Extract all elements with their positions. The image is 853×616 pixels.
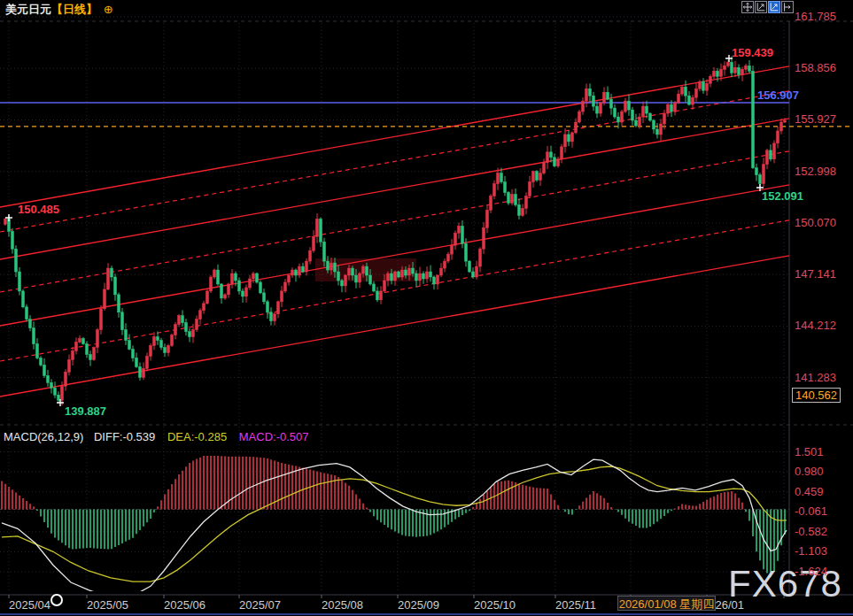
macd-axis-label: 0.459 bbox=[795, 485, 824, 498]
pan-crosshair-icon[interactable] bbox=[741, 1, 754, 13]
macd-dea-value: DEA:-0.285 bbox=[167, 430, 227, 443]
add-indicator-icon[interactable]: ⊕ bbox=[104, 3, 113, 16]
price-axis-label: 152.998 bbox=[795, 165, 836, 178]
boxed-price-label: 140.562 bbox=[792, 388, 841, 403]
price-axis-label: 141.283 bbox=[795, 371, 836, 384]
swing-high-label: 159.439 bbox=[732, 46, 773, 59]
shift-right-icon[interactable] bbox=[781, 1, 794, 13]
candlestick-series bbox=[4, 57, 787, 406]
time-axis-label: 2025/10 bbox=[474, 598, 516, 612]
dea-line bbox=[2, 466, 787, 581]
low-label: 139.887 bbox=[65, 404, 106, 418]
time-axis-label: 2025/11 bbox=[555, 598, 596, 612]
time-axis-label: 2025/07 bbox=[239, 598, 281, 612]
macd-axis-label: -1.624 bbox=[795, 565, 827, 578]
symbol-name: 美元日元 bbox=[5, 3, 51, 16]
time-axis-label: 2025/09 bbox=[398, 598, 439, 612]
left-high-label: 150.485 bbox=[18, 203, 59, 216]
macd-header: MACD(26,12,9) DIFF:-0.539 DEA:-0.285 MAC… bbox=[4, 430, 309, 443]
blue-level-label: 156.907 bbox=[757, 89, 799, 102]
price-axis-label: 158.856 bbox=[795, 61, 836, 74]
time-axis-label: 2025/08 bbox=[322, 598, 363, 612]
axis-scale-icon[interactable] bbox=[755, 1, 767, 13]
swing-markers bbox=[5, 55, 764, 406]
time-axis-label: 2025/06 bbox=[164, 598, 205, 612]
macd-axis-label: 1.501 bbox=[795, 445, 824, 458]
macd-axis-label: -0.582 bbox=[795, 525, 827, 538]
price-axis-label: 144.212 bbox=[795, 319, 836, 332]
price-axis-label: 155.927 bbox=[795, 112, 836, 126]
trading-chart-window: 美元日元【日线】 ⊕ 159.439 150.485 139.887 152.0… bbox=[0, 0, 853, 616]
crash-low-label: 152.091 bbox=[762, 189, 803, 203]
time-axis-label: 2025/05 bbox=[87, 598, 128, 612]
macd-axis-label: -0.061 bbox=[795, 504, 827, 518]
time-axis-handle[interactable] bbox=[50, 594, 63, 606]
time-axis-label: 2025/04 bbox=[9, 598, 50, 612]
chart-toolbar bbox=[741, 1, 794, 13]
macd-axis-label: -1.103 bbox=[795, 544, 827, 558]
macd-diff-value: DIFF:-0.539 bbox=[94, 430, 155, 443]
diff-line bbox=[2, 459, 787, 597]
macd-value: MACD:-0.507 bbox=[239, 430, 309, 443]
price-axis-label: 150.070 bbox=[795, 216, 836, 229]
crosshair-date-box: 2026/01/08 星期四 bbox=[617, 596, 716, 611]
titlebar: 美元日元【日线】 ⊕ bbox=[5, 2, 113, 18]
timeframe-label: 【日线】 bbox=[51, 3, 97, 16]
macd-axis-label: 0.980 bbox=[795, 465, 824, 478]
price-axis-label: 147.141 bbox=[795, 267, 836, 281]
price-axis-label: 161.785 bbox=[795, 10, 836, 23]
channel-trendlines bbox=[0, 66, 789, 397]
chart-canvas[interactable] bbox=[0, 0, 853, 616]
macd-histogram bbox=[2, 456, 785, 577]
macd-params: MACD(26,12,9) bbox=[4, 430, 83, 443]
axis-auto-scale-icon[interactable] bbox=[768, 1, 780, 13]
